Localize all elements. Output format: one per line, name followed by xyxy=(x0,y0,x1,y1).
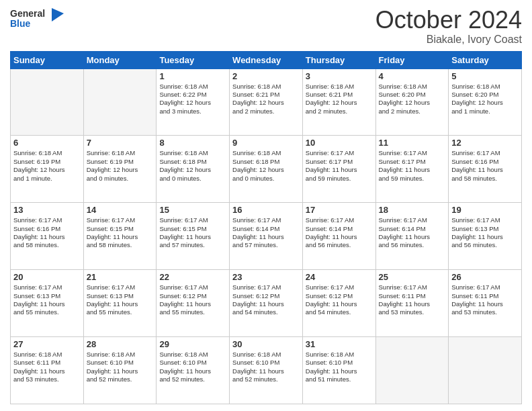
calendar-cell: 30Sunrise: 6:18 AM Sunset: 6:10 PM Dayli… xyxy=(230,337,303,404)
weekday-header-friday: Friday xyxy=(375,51,449,68)
svg-text:Blue: Blue xyxy=(10,18,31,29)
calendar-week-5: 27Sunrise: 6:18 AM Sunset: 6:11 PM Dayli… xyxy=(11,337,522,404)
day-number: 30 xyxy=(232,339,300,349)
cell-info: Sunrise: 6:18 AM Sunset: 6:19 PM Dayligh… xyxy=(13,149,81,182)
day-number: 28 xyxy=(87,339,154,349)
cell-info: Sunrise: 6:18 AM Sunset: 6:10 PM Dayligh… xyxy=(87,351,154,383)
day-number: 6 xyxy=(13,138,81,148)
cell-info: Sunrise: 6:17 AM Sunset: 6:17 PM Dayligh… xyxy=(306,149,373,182)
header: GeneralBlue October 2024 Biakale, Ivory … xyxy=(10,7,522,46)
calendar-cell: 8Sunrise: 6:18 AM Sunset: 6:18 PM Daylig… xyxy=(157,136,230,203)
day-number: 8 xyxy=(159,138,226,148)
cell-info: Sunrise: 6:17 AM Sunset: 6:15 PM Dayligh… xyxy=(159,216,226,249)
calendar-cell: 7Sunrise: 6:18 AM Sunset: 6:19 PM Daylig… xyxy=(83,136,157,203)
calendar-cell: 19Sunrise: 6:17 AM Sunset: 6:13 PM Dayli… xyxy=(449,203,522,270)
day-number: 5 xyxy=(451,71,519,81)
cell-info: Sunrise: 6:17 AM Sunset: 6:11 PM Dayligh… xyxy=(379,283,446,316)
calendar-week-4: 20Sunrise: 6:17 AM Sunset: 6:13 PM Dayli… xyxy=(11,270,522,337)
calendar-cell: 26Sunrise: 6:17 AM Sunset: 6:11 PM Dayli… xyxy=(449,270,522,337)
location-subtitle: Biakale, Ivory Coast xyxy=(375,34,522,46)
cell-info: Sunrise: 6:18 AM Sunset: 6:21 PM Dayligh… xyxy=(306,83,373,116)
page: GeneralBlue October 2024 Biakale, Ivory … xyxy=(0,0,532,411)
cell-info: Sunrise: 6:17 AM Sunset: 6:12 PM Dayligh… xyxy=(232,283,300,316)
calendar-week-1: 1Sunrise: 6:18 AM Sunset: 6:22 PM Daylig… xyxy=(11,68,522,136)
cell-info: Sunrise: 6:17 AM Sunset: 6:15 PM Dayligh… xyxy=(87,216,154,249)
cell-info: Sunrise: 6:17 AM Sunset: 6:12 PM Dayligh… xyxy=(306,283,373,316)
calendar-cell: 14Sunrise: 6:17 AM Sunset: 6:15 PM Dayli… xyxy=(83,203,157,270)
day-number: 19 xyxy=(451,205,519,215)
calendar-cell: 20Sunrise: 6:17 AM Sunset: 6:13 PM Dayli… xyxy=(11,270,84,337)
calendar-cell: 15Sunrise: 6:17 AM Sunset: 6:15 PM Dayli… xyxy=(157,203,230,270)
day-number: 13 xyxy=(13,205,81,215)
day-number: 1 xyxy=(159,71,226,81)
cell-info: Sunrise: 6:18 AM Sunset: 6:10 PM Dayligh… xyxy=(306,351,373,383)
calendar-cell xyxy=(83,68,157,136)
cell-info: Sunrise: 6:18 AM Sunset: 6:18 PM Dayligh… xyxy=(232,149,300,182)
calendar-cell: 4Sunrise: 6:18 AM Sunset: 6:20 PM Daylig… xyxy=(375,68,449,136)
logo-svg: GeneralBlue xyxy=(10,7,64,30)
cell-info: Sunrise: 6:18 AM Sunset: 6:18 PM Dayligh… xyxy=(159,149,226,182)
calendar-cell: 22Sunrise: 6:17 AM Sunset: 6:12 PM Dayli… xyxy=(157,270,230,337)
day-number: 22 xyxy=(159,272,226,282)
calendar-cell: 29Sunrise: 6:18 AM Sunset: 6:10 PM Dayli… xyxy=(157,337,230,404)
cell-info: Sunrise: 6:18 AM Sunset: 6:22 PM Dayligh… xyxy=(159,83,226,116)
cell-info: Sunrise: 6:17 AM Sunset: 6:16 PM Dayligh… xyxy=(13,216,81,249)
calendar-week-3: 13Sunrise: 6:17 AM Sunset: 6:16 PM Dayli… xyxy=(11,203,522,270)
cell-info: Sunrise: 6:17 AM Sunset: 6:12 PM Dayligh… xyxy=(159,283,226,316)
calendar-cell xyxy=(375,337,449,404)
day-number: 25 xyxy=(379,272,446,282)
calendar-cell: 28Sunrise: 6:18 AM Sunset: 6:10 PM Dayli… xyxy=(83,337,157,404)
day-number: 9 xyxy=(232,138,300,148)
day-number: 20 xyxy=(13,272,81,282)
cell-info: Sunrise: 6:17 AM Sunset: 6:14 PM Dayligh… xyxy=(306,216,373,249)
day-number: 24 xyxy=(306,272,373,282)
calendar-table: SundayMondayTuesdayWednesdayThursdayFrid… xyxy=(10,51,522,404)
weekday-header-monday: Monday xyxy=(83,51,157,68)
calendar-cell: 16Sunrise: 6:17 AM Sunset: 6:14 PM Dayli… xyxy=(230,203,303,270)
calendar-cell: 25Sunrise: 6:17 AM Sunset: 6:11 PM Dayli… xyxy=(375,270,449,337)
day-number: 18 xyxy=(379,205,446,215)
day-number: 12 xyxy=(451,138,519,148)
calendar-cell: 10Sunrise: 6:17 AM Sunset: 6:17 PM Dayli… xyxy=(302,136,375,203)
calendar-cell: 5Sunrise: 6:18 AM Sunset: 6:20 PM Daylig… xyxy=(449,68,522,136)
cell-info: Sunrise: 6:18 AM Sunset: 6:10 PM Dayligh… xyxy=(232,351,300,383)
day-number: 7 xyxy=(87,138,154,148)
cell-info: Sunrise: 6:17 AM Sunset: 6:13 PM Dayligh… xyxy=(451,216,519,249)
calendar-cell: 12Sunrise: 6:17 AM Sunset: 6:16 PM Dayli… xyxy=(449,136,522,203)
calendar-cell: 24Sunrise: 6:17 AM Sunset: 6:12 PM Dayli… xyxy=(302,270,375,337)
day-number: 2 xyxy=(232,71,300,81)
svg-text:General: General xyxy=(10,8,45,19)
calendar-cell: 11Sunrise: 6:17 AM Sunset: 6:17 PM Dayli… xyxy=(375,136,449,203)
cell-info: Sunrise: 6:18 AM Sunset: 6:19 PM Dayligh… xyxy=(87,149,154,182)
cell-info: Sunrise: 6:17 AM Sunset: 6:14 PM Dayligh… xyxy=(379,216,446,249)
day-number: 31 xyxy=(306,339,373,349)
calendar-cell xyxy=(11,68,84,136)
day-number: 4 xyxy=(379,71,446,81)
weekday-header-wednesday: Wednesday xyxy=(230,51,303,68)
weekday-header-tuesday: Tuesday xyxy=(157,51,230,68)
calendar-cell: 17Sunrise: 6:17 AM Sunset: 6:14 PM Dayli… xyxy=(302,203,375,270)
title-block: October 2024 Biakale, Ivory Coast xyxy=(375,7,522,46)
cell-info: Sunrise: 6:18 AM Sunset: 6:20 PM Dayligh… xyxy=(451,83,519,116)
month-title: October 2024 xyxy=(375,7,522,34)
day-number: 26 xyxy=(451,272,519,282)
calendar-cell: 21Sunrise: 6:17 AM Sunset: 6:13 PM Dayli… xyxy=(83,270,157,337)
calendar-cell xyxy=(449,337,522,404)
weekday-header-sunday: Sunday xyxy=(11,51,84,68)
day-number: 10 xyxy=(306,138,373,148)
calendar-week-2: 6Sunrise: 6:18 AM Sunset: 6:19 PM Daylig… xyxy=(11,136,522,203)
calendar-cell: 27Sunrise: 6:18 AM Sunset: 6:11 PM Dayli… xyxy=(11,337,84,404)
cell-info: Sunrise: 6:17 AM Sunset: 6:13 PM Dayligh… xyxy=(87,283,154,316)
day-number: 17 xyxy=(306,205,373,215)
weekday-row: SundayMondayTuesdayWednesdayThursdayFrid… xyxy=(11,51,522,68)
svg-marker-2 xyxy=(52,8,64,21)
cell-info: Sunrise: 6:17 AM Sunset: 6:11 PM Dayligh… xyxy=(451,283,519,316)
calendar-cell: 9Sunrise: 6:18 AM Sunset: 6:18 PM Daylig… xyxy=(230,136,303,203)
weekday-header-saturday: Saturday xyxy=(449,51,522,68)
calendar-cell: 13Sunrise: 6:17 AM Sunset: 6:16 PM Dayli… xyxy=(11,203,84,270)
cell-info: Sunrise: 6:18 AM Sunset: 6:10 PM Dayligh… xyxy=(159,351,226,383)
day-number: 14 xyxy=(87,205,154,215)
calendar-cell: 1Sunrise: 6:18 AM Sunset: 6:22 PM Daylig… xyxy=(157,68,230,136)
cell-info: Sunrise: 6:17 AM Sunset: 6:16 PM Dayligh… xyxy=(451,149,519,182)
day-number: 29 xyxy=(159,339,226,349)
